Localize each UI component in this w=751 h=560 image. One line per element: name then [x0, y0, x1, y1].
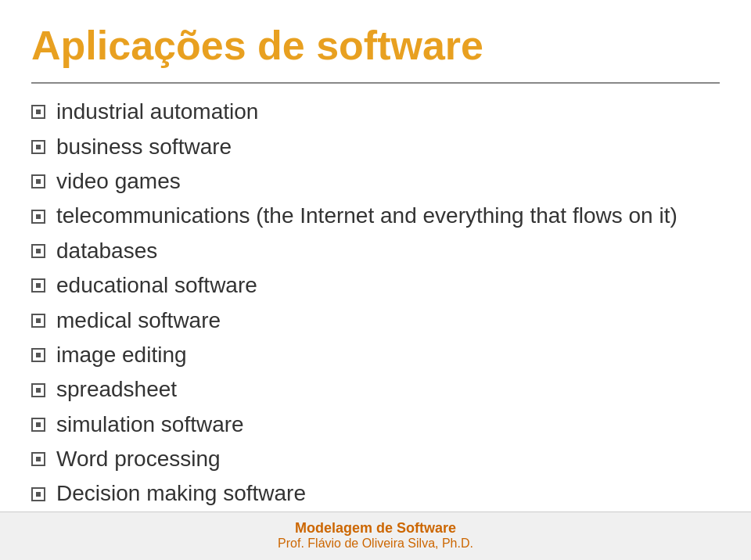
list-item-text: medical software [56, 307, 221, 335]
slide-footer: Modelagem de Software Prof. Flávio de Ol… [0, 512, 751, 560]
bullet-square-icon [31, 418, 45, 432]
bullet-list: industrial automationbusiness softwarevi… [31, 98, 720, 508]
list-item-text: business software [56, 133, 232, 161]
list-item-text: simulation software [56, 411, 244, 439]
slide-title: Aplicações de software [31, 23, 720, 68]
list-item: industrial automation [31, 98, 720, 126]
list-item: video games [31, 167, 720, 196]
list-item-text: databases [56, 237, 157, 265]
bullet-square-icon [31, 140, 45, 154]
bullet-square-icon [31, 348, 45, 362]
list-item: databases [31, 237, 720, 265]
list-item-text: video games [56, 167, 181, 196]
list-item: medical software [31, 307, 720, 335]
list-item: simulation software [31, 411, 720, 439]
list-item-text: educational software [56, 271, 257, 300]
bullet-square-icon [31, 210, 45, 224]
bullet-square-icon [31, 278, 45, 293]
bullet-square-icon [31, 314, 45, 328]
list-item-text: image editing [56, 341, 187, 369]
bullet-square-icon [31, 244, 45, 258]
bullet-square-icon [31, 105, 45, 119]
list-item: spreadsheet [31, 375, 720, 404]
list-item: business software [31, 133, 720, 161]
bullet-square-icon [31, 383, 45, 397]
bullet-square-icon [31, 487, 45, 501]
list-item: telecommunications (the Internet and eve… [31, 202, 720, 230]
footer-title: Modelagem de Software [0, 520, 751, 537]
list-item-text: industrial automation [56, 98, 258, 126]
footer-subtitle: Prof. Flávio de Oliveira Silva, Ph.D. [0, 537, 751, 551]
list-item-text: Decision making software [56, 479, 306, 508]
list-item-text: telecommunications (the Internet and eve… [56, 202, 677, 230]
list-item: Decision making software [31, 479, 720, 508]
bullet-square-icon [31, 174, 45, 188]
list-item: educational software [31, 271, 720, 300]
list-item: Word processing [31, 445, 720, 473]
list-item-text: Word processing [56, 445, 221, 473]
title-divider [31, 82, 720, 84]
list-item-text: spreadsheet [56, 375, 177, 404]
bullet-square-icon [31, 452, 45, 466]
list-item: image editing [31, 341, 720, 369]
slide-container: Aplicações de software industrial automa… [0, 0, 751, 560]
